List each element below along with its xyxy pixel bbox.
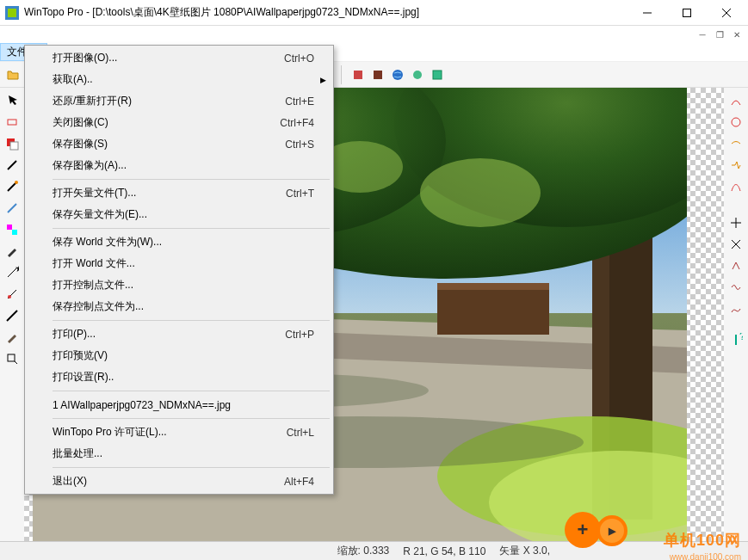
- svg-point-28: [413, 71, 422, 79]
- svg-line-36: [8, 204, 16, 212]
- menu-separator: [53, 228, 330, 229]
- mdi-controls: ─ ❐ ✕: [0, 26, 748, 43]
- menu-item[interactable]: 打印(P)...Ctrl+P: [27, 323, 331, 345]
- menu-item-label: 打印设置(R)..: [53, 370, 314, 385]
- snap3-icon[interactable]: [726, 256, 745, 275]
- menu-item-shortcut: Ctrl+O: [284, 52, 314, 65]
- submenu-arrow-icon: ▶: [320, 76, 326, 84]
- menu-item-label: 保存图像(S): [53, 137, 285, 151]
- menu-item[interactable]: 打开图像(O)...Ctrl+O: [27, 47, 331, 69]
- menu-item[interactable]: 保存矢量文件为(E)...: [27, 204, 331, 225]
- snap4-icon[interactable]: [726, 278, 745, 297]
- info-icon[interactable]: ?: [726, 330, 745, 349]
- mdi-minimize-button[interactable]: ─: [695, 28, 710, 41]
- pointer-icon[interactable]: [3, 91, 22, 110]
- curve4-icon[interactable]: [726, 156, 745, 175]
- menu-item[interactable]: 1 AIWallpaperjpg0723_NDMxNA==.jpg: [27, 394, 331, 415]
- menu-item[interactable]: 打印预览(V): [27, 345, 331, 366]
- menu-item-label: 批量处理...: [53, 446, 314, 461]
- mdi-close-button[interactable]: ✕: [729, 28, 745, 41]
- layer1-icon[interactable]: [349, 65, 368, 84]
- app-icon: [5, 6, 19, 20]
- svg-rect-37: [7, 225, 12, 230]
- window-title: WinTopo Pro - [D:\tools\桌面\4K壁纸图片 1080P\…: [24, 5, 627, 20]
- menu-item[interactable]: 保存 World 文件为(W)...: [27, 231, 331, 253]
- menu-item[interactable]: 退出(X)Alt+F4: [27, 471, 331, 492]
- menu-item[interactable]: 打开矢量文件(T)...Ctrl+T: [27, 182, 331, 204]
- menu-item[interactable]: 保存图像(S)Ctrl+S: [27, 133, 331, 155]
- close-button[interactable]: [707, 0, 746, 26]
- svg-rect-62: [437, 283, 549, 290]
- menu-item-label: WinTopo Pro 许可证(L)...: [53, 425, 287, 440]
- pen-icon[interactable]: [3, 242, 22, 261]
- menu-item-label: 保存矢量文件为(E)...: [53, 207, 314, 222]
- status-vector: 矢量 X 3.0,: [499, 544, 550, 558]
- menu-item-label: 打开 World 文件...: [53, 256, 314, 271]
- menu-item-label: 打印预览(V): [53, 348, 314, 363]
- file-menu-dropdown: 打开图像(O)...Ctrl+O获取(A)..▶还原/重新打开(R)Ctrl+E…: [24, 45, 334, 495]
- snap2-icon[interactable]: [726, 235, 745, 254]
- svg-point-35: [15, 181, 18, 184]
- open-icon[interactable]: [3, 65, 22, 84]
- wand5-icon[interactable]: [3, 285, 22, 304]
- layer2-icon[interactable]: [368, 65, 387, 84]
- menu-item[interactable]: 关闭图像(C)Ctrl+F4: [27, 112, 331, 133]
- curve3-icon[interactable]: [726, 134, 745, 153]
- status-rgb: R 21, G 54, B 110: [403, 545, 485, 557]
- wand2-icon[interactable]: [3, 177, 22, 196]
- status-zoom: 缩放: 0.333: [337, 544, 390, 558]
- menu-item-label: 打开矢量文件(T)...: [53, 186, 286, 200]
- menu-item-shortcut: Ctrl+L: [287, 427, 314, 439]
- menu-item[interactable]: 打印设置(R)..: [27, 366, 331, 388]
- wand3-icon[interactable]: [3, 199, 22, 218]
- menu-item[interactable]: 批量处理...: [27, 443, 331, 465]
- world-icon[interactable]: [388, 65, 407, 84]
- menu-item-label: 退出(X): [53, 474, 284, 489]
- menu-item[interactable]: 保存控制点文件为...: [27, 296, 331, 317]
- wand1-icon[interactable]: [3, 156, 22, 175]
- svg-line-33: [8, 161, 16, 169]
- svg-line-45: [15, 361, 17, 364]
- menu-item[interactable]: 保存图像为(A)...: [27, 155, 331, 176]
- brush-icon[interactable]: [3, 328, 22, 347]
- curve5-icon[interactable]: [726, 177, 745, 196]
- svg-line-34: [8, 182, 16, 191]
- menu-item[interactable]: 打开控制点文件...: [27, 274, 331, 296]
- menu-item[interactable]: 还原/重新打开(R)Ctrl+E: [27, 90, 331, 112]
- menu-item-shortcut: Ctrl+T: [286, 188, 314, 200]
- colorbox-icon[interactable]: [3, 220, 22, 239]
- svg-rect-25: [354, 71, 362, 79]
- color-fg-icon[interactable]: [3, 134, 22, 153]
- menu-item-label: 1 AIWallpaperjpg0723_NDMxNA==.jpg: [53, 399, 314, 411]
- line-tool-icon[interactable]: [3, 306, 22, 325]
- menu-item-label: 打印(P)...: [53, 327, 285, 342]
- rect-tool-icon[interactable]: [3, 113, 22, 132]
- menu-item-shortcut: Ctrl+P: [285, 329, 314, 341]
- snap1-icon[interactable]: [726, 213, 745, 232]
- svg-point-71: [420, 158, 541, 227]
- menu-item-shortcut: Ctrl+S: [285, 138, 314, 151]
- menu-item-shortcut: Alt+F4: [284, 476, 314, 488]
- svg-point-42: [8, 295, 11, 298]
- menu-item[interactable]: 获取(A)..▶: [27, 69, 331, 90]
- maximize-button[interactable]: [667, 0, 707, 26]
- crop-icon[interactable]: [3, 349, 22, 368]
- menu-item[interactable]: 打开 World 文件...: [27, 253, 331, 274]
- menu-item-label: 获取(A)..: [53, 72, 314, 87]
- curve1-icon[interactable]: [726, 91, 745, 110]
- curve2-icon[interactable]: [726, 113, 745, 132]
- svg-rect-26: [374, 71, 382, 79]
- tool-a-icon[interactable]: [408, 65, 427, 84]
- mdi-restore-button[interactable]: ❐: [712, 28, 727, 41]
- title-bar: WinTopo Pro - [D:\tools\桌面\4K壁纸图片 1080P\…: [0, 0, 748, 26]
- left-toolbox: ★: [0, 88, 24, 541]
- snap5-icon[interactable]: [726, 299, 745, 318]
- svg-rect-30: [8, 120, 16, 125]
- menu-item[interactable]: WinTopo Pro 许可证(L)...Ctrl+L: [27, 422, 331, 443]
- tool-b-icon[interactable]: [428, 65, 447, 84]
- svg-point-27: [393, 70, 403, 80]
- wand4-icon[interactable]: ★: [3, 263, 22, 282]
- minimize-button[interactable]: [627, 0, 667, 26]
- menu-item-label: 保存图像为(A)...: [53, 158, 314, 173]
- status-bar: 缩放: 0.333 R 21, G 54, B 110 矢量 X 3.0,: [0, 541, 748, 560]
